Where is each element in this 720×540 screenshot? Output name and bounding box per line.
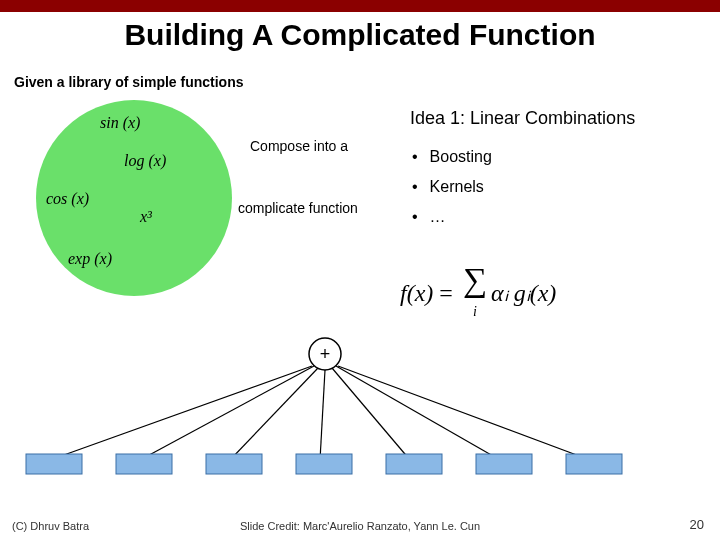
plus-icon: + bbox=[320, 344, 331, 364]
input-boxes bbox=[26, 454, 622, 474]
input-box bbox=[206, 454, 262, 474]
footer: (C) Dhruv Batra Slide Credit: Marc'Aurel… bbox=[0, 520, 720, 532]
svg-line-6 bbox=[338, 366, 590, 460]
idea-bullet: … bbox=[412, 202, 492, 232]
equation-eq: = bbox=[433, 280, 459, 306]
network-diagram: + bbox=[20, 330, 640, 480]
subtitle: Given a library of simple functions bbox=[14, 74, 720, 90]
compose-text-2: complicate function bbox=[238, 200, 358, 216]
svg-line-2 bbox=[230, 368, 318, 460]
input-box bbox=[476, 454, 532, 474]
input-box bbox=[296, 454, 352, 474]
idea-title: Idea 1: Linear Combinations bbox=[410, 108, 635, 129]
fn-exp: exp (x) bbox=[68, 250, 112, 268]
footer-right: 20 bbox=[690, 517, 704, 532]
page-title: Building A Complicated Function bbox=[0, 18, 720, 52]
equation: f(x) = ∑iαᵢ gᵢ(x) bbox=[400, 266, 556, 324]
input-box bbox=[566, 454, 622, 474]
input-box bbox=[116, 454, 172, 474]
idea-bullet: Kernels bbox=[412, 172, 492, 202]
content-area: sin (x) log (x) cos (x) x³ exp (x) Compo… bbox=[0, 90, 720, 510]
compose-text-1: Compose into a bbox=[250, 138, 348, 154]
svg-line-0 bbox=[50, 366, 312, 460]
input-box bbox=[386, 454, 442, 474]
svg-line-1 bbox=[140, 366, 314, 460]
footer-left: (C) Dhruv Batra bbox=[12, 520, 89, 532]
fn-cos: cos (x) bbox=[46, 190, 89, 208]
input-box bbox=[26, 454, 82, 474]
equation-term: αᵢ gᵢ(x) bbox=[491, 280, 556, 306]
sum-icon: ∑i bbox=[463, 266, 487, 324]
accent-bar bbox=[0, 0, 720, 12]
svg-line-5 bbox=[336, 366, 500, 460]
svg-line-3 bbox=[320, 370, 325, 460]
idea-bullet: Boosting bbox=[412, 142, 492, 172]
footer-center: Slide Credit: Marc'Aurelio Ranzato, Yann… bbox=[0, 520, 720, 532]
idea-bullets: Boosting Kernels … bbox=[412, 142, 492, 232]
svg-line-4 bbox=[332, 368, 410, 460]
fn-sin: sin (x) bbox=[100, 114, 140, 132]
fn-cube: x³ bbox=[140, 208, 152, 226]
fn-log: log (x) bbox=[124, 152, 166, 170]
equation-lhs: f(x) bbox=[400, 280, 433, 306]
